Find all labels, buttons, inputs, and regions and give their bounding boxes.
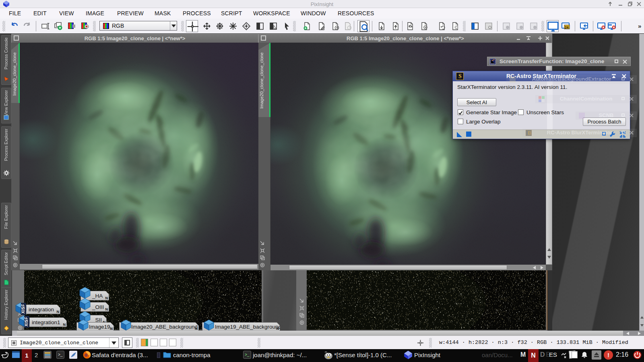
svg-text:24: 24	[565, 25, 569, 29]
